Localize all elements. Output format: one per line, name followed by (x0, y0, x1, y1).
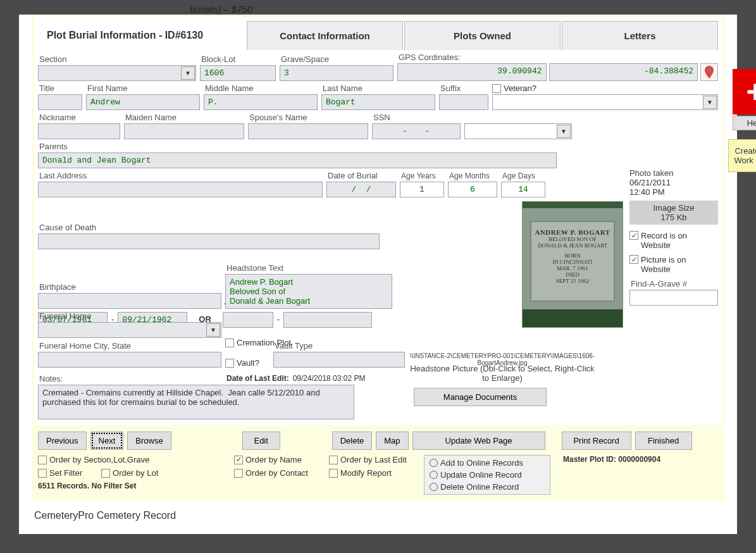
last-address-label: Last Address (39, 171, 323, 180)
gps-label: GPS Cordinates: (399, 53, 718, 62)
maiden-name-label: Maiden Name (125, 113, 244, 122)
age-years-label: Age Years (401, 171, 444, 180)
tab-contact-info[interactable]: Contact Information (247, 21, 403, 50)
yob-input[interactable] (223, 312, 273, 328)
burial-date-label: Date of Burial (328, 171, 396, 180)
order-slg-label: Order by Section,Lot,Grave (49, 455, 149, 464)
order-last-edit-label: Order by Last Edit (340, 455, 407, 464)
funeral-home-city-input[interactable] (38, 352, 221, 368)
manage-documents-button[interactable]: Manage Documents (414, 388, 547, 406)
order-name-label: Order by Name (245, 455, 302, 464)
delete-button[interactable]: Delete (332, 432, 373, 450)
spouse-name-input[interactable] (248, 123, 368, 139)
delete-online-radio[interactable] (430, 483, 438, 491)
veteran-select[interactable] (492, 94, 718, 110)
notes-input[interactable] (38, 385, 354, 419)
veteran-label: Veteran? (504, 84, 536, 93)
previous-button[interactable]: Previous (38, 432, 87, 450)
title-label: Title (39, 84, 82, 93)
record-on-web-checkbox[interactable]: ✓ (629, 231, 638, 240)
middle-name-input[interactable] (204, 94, 318, 110)
nickname-input[interactable] (38, 123, 120, 139)
photo-taken-label: Photo taken (629, 168, 718, 178)
master-plot-id: Master Plot ID: 0000000904 (557, 455, 718, 495)
middle-name-label: Middle Name (205, 84, 318, 93)
headstone-image[interactable]: ANDREW P. BOGART BELOVED SON OF DONALD &… (522, 201, 623, 328)
spouse-name-label: Spouse's Name (249, 113, 368, 122)
map-button[interactable]: Map (376, 432, 408, 450)
last-name-input[interactable] (321, 94, 435, 110)
order-contact-checkbox[interactable] (234, 469, 243, 478)
picture-on-web-checkbox[interactable]: ✓ (629, 255, 638, 264)
order-lot-label: Order by Lot (113, 468, 158, 478)
last-edit-label: Date of Last Edit: (226, 374, 289, 383)
cause-input[interactable] (38, 233, 380, 249)
update-online-radio[interactable] (430, 471, 438, 479)
update-web-button[interactable]: Update Web Page (412, 432, 545, 450)
first-name-label: First Name (87, 84, 200, 93)
image-size-label: Image Size (629, 203, 718, 213)
last-address-input[interactable] (38, 182, 323, 197)
order-lot-checkbox[interactable] (101, 469, 110, 478)
modify-report-checkbox[interactable] (329, 469, 338, 478)
find-a-grave-input[interactable] (629, 290, 718, 306)
photo-date: 06/21/2011 (629, 178, 718, 187)
order-slg-checkbox[interactable] (38, 456, 47, 464)
page-title: Plot Burial Information - ID#6130 (38, 21, 245, 50)
order-last-edit-checkbox[interactable] (329, 456, 338, 464)
burial-date-input[interactable] (326, 182, 396, 197)
ssn-input[interactable] (372, 123, 461, 139)
add-online-label: Add to Online Records (440, 458, 523, 468)
map-pin-icon[interactable] (700, 63, 718, 81)
grave-space-label: Grave/Space (281, 54, 393, 64)
section-select[interactable] (38, 65, 196, 81)
set-filter-checkbox[interactable] (38, 469, 47, 478)
vault-checkbox[interactable] (225, 359, 234, 368)
order-name-checkbox[interactable]: ✓ (234, 456, 243, 464)
age-months-input[interactable] (448, 182, 497, 197)
help-icon[interactable]: + (733, 69, 756, 115)
edit-button[interactable]: Edit (242, 432, 280, 450)
tab-plots-owned[interactable]: Plots Owned (404, 21, 561, 50)
parents-input[interactable] (38, 152, 557, 168)
record-count: 6511 Records. No Filter Set (38, 482, 228, 490)
birthplace-label: Birthplace (39, 282, 221, 292)
yod-input[interactable] (283, 312, 372, 328)
grave-space-input[interactable] (280, 65, 393, 81)
age-years-input[interactable] (400, 182, 444, 197)
work-order-button[interactable]: Create/Edit Work Order (728, 139, 756, 172)
next-button[interactable]: Next (90, 432, 124, 450)
last-edit-value: 09/24/2018 03:02 PM (293, 374, 366, 383)
age-days-input[interactable] (501, 182, 545, 197)
funeral-home-select[interactable] (38, 322, 221, 338)
browse-button[interactable]: Browse (127, 432, 171, 450)
modify-report-label: Modify Report (340, 468, 392, 478)
notes-label: Notes: (39, 374, 223, 383)
maiden-name-input[interactable] (124, 123, 244, 139)
first-name-input[interactable] (86, 94, 200, 110)
picture-on-web-label: Picture is on Website (641, 255, 704, 274)
suffix-input[interactable] (439, 94, 488, 110)
ssn-label: SSN (373, 113, 461, 122)
cremation-checkbox[interactable] (225, 339, 234, 347)
gps-lon[interactable]: -84.388452 (549, 63, 698, 81)
find-a-grave-label: Find-A-Grave # (631, 279, 718, 289)
vault-type-label: Vault Type (275, 341, 405, 351)
block-lot-input[interactable] (200, 65, 276, 81)
headstone-hint: Headstone Picture (Dbl-Click to Select, … (407, 364, 597, 383)
finished-button[interactable]: Finished (635, 432, 692, 450)
funeral-home-city-label: Funeral Home City, State (39, 341, 221, 351)
print-button[interactable]: Print Record (562, 432, 631, 450)
veteran-checkbox[interactable] (492, 84, 501, 93)
headstone-text-input[interactable] (225, 274, 392, 309)
vault-type-input[interactable] (273, 352, 405, 368)
age-months-label: Age Months (449, 171, 497, 180)
svg-point-0 (708, 69, 711, 72)
title-input[interactable] (38, 94, 82, 110)
gps-lat[interactable]: 39.090942 (397, 63, 547, 81)
extra-select[interactable] (464, 123, 572, 139)
tab-letters[interactable]: Letters (562, 21, 718, 50)
add-online-radio[interactable] (430, 459, 438, 467)
help-button[interactable]: Help (733, 116, 756, 130)
birthplace-input[interactable] (38, 293, 221, 309)
